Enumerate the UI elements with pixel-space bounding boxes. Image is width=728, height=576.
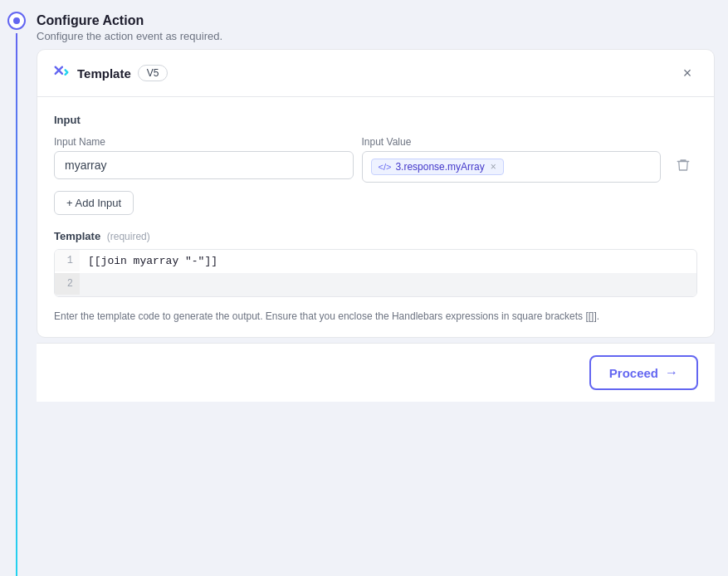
proceed-arrow-icon: → — [665, 365, 678, 380]
step-circle — [7, 12, 26, 30]
col-header-value: Input Value — [362, 136, 662, 148]
card-footer: Proceed → — [37, 343, 715, 402]
delete-row-button[interactable] — [669, 149, 697, 181]
main-card: Template V5 × Input Input Name Input Val… — [37, 49, 715, 338]
code-icon: </> — [379, 162, 392, 172]
line-content-1: [[join myarray "-"]] — [80, 250, 696, 273]
page-title: Configure Action — [37, 13, 715, 28]
input-grid: Input Name Input Value </> 3.response.my… — [54, 136, 697, 183]
card-header-left: Template V5 — [52, 64, 168, 82]
page-subtitle: Configure the action event as required. — [37, 30, 715, 42]
main-content: Configure Action Configure the action ev… — [33, 0, 728, 576]
value-tag: </> 3.response.myArray × — [371, 159, 504, 175]
close-button[interactable]: × — [676, 61, 699, 85]
step-circle-inner — [13, 17, 20, 24]
left-sidebar — [0, 0, 33, 576]
proceed-button[interactable]: Proceed → — [589, 355, 698, 390]
template-icon — [52, 64, 71, 82]
add-input-button[interactable]: + Add Input — [54, 191, 134, 215]
version-badge: V5 — [138, 65, 169, 81]
page-wrapper: Configure Action Configure the action ev… — [0, 0, 728, 576]
card-title: Template — [77, 66, 131, 81]
code-line-1: 1 [[join myarray "-"]] — [55, 250, 696, 273]
proceed-label: Proceed — [609, 366, 658, 380]
code-line-2: 2 — [55, 273, 696, 296]
section-header: Configure Action Configure the action ev… — [37, 10, 715, 44]
template-label-text: Template — [54, 230, 100, 242]
card-body: Input Input Name Input Value </> 3.respo… — [37, 97, 714, 337]
input-name-field[interactable] — [54, 151, 354, 179]
hint-text: Enter the template code to generate the … — [54, 309, 697, 324]
input-name-column: Input Name — [54, 136, 354, 179]
col-header-name: Input Name — [54, 136, 354, 148]
line-number-2: 2 — [55, 273, 80, 295]
value-input-wrapper[interactable]: </> 3.response.myArray × — [362, 151, 662, 183]
value-tag-text: 3.response.myArray — [395, 161, 484, 173]
code-editor[interactable]: 1 [[join myarray "-"]] 2 — [54, 249, 697, 297]
input-section-label: Input — [54, 114, 697, 126]
card-header: Template V5 × — [37, 50, 714, 97]
required-tag: (required) — [107, 231, 150, 242]
step-line — [16, 33, 17, 576]
template-section-label: Template (required) — [54, 230, 697, 242]
line-number-1: 1 — [55, 250, 80, 271]
line-content-2 — [80, 273, 696, 296]
input-value-column: Input Value </> 3.response.myArray × — [362, 136, 662, 183]
value-tag-close[interactable]: × — [491, 161, 496, 173]
